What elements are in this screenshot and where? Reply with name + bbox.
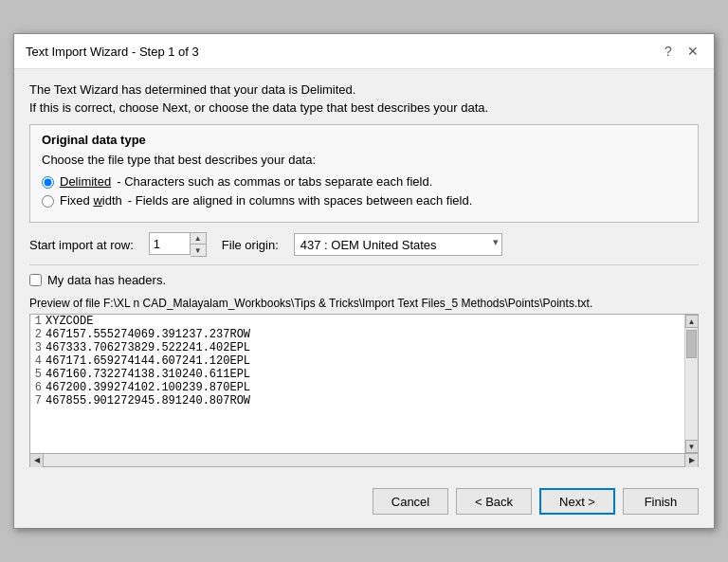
scroll-down-arrow[interactable]: ▼: [685, 440, 699, 453]
preview-scroll-area[interactable]: 1 XYZCODE 2 467157.555274069.391237.237R…: [30, 315, 684, 453]
row-num-1: 1: [30, 315, 46, 328]
row-data-7: 467855.901272945.891240.807ROW: [46, 394, 250, 408]
preview-row: 4 467171.659274144.607241.120EPL: [30, 354, 684, 368]
help-button[interactable]: ?: [659, 42, 678, 61]
scroll-right-arrow[interactable]: ▶: [684, 454, 698, 467]
preview-row: 5 467160.732274138.310240.611EPL: [30, 368, 684, 381]
row-controls: Start import at row: ▲ ▼ File origin: 43…: [29, 232, 699, 257]
scroll-thumb[interactable]: [686, 330, 697, 358]
row-data-4: 467171.659274144.607241.120EPL: [46, 354, 250, 368]
dialog-window: Text Import Wizard - Step 1 of 3 ? ✕ The…: [13, 33, 715, 529]
preview-row: 1 XYZCODE: [30, 315, 684, 328]
radio-delimited-row: Delimited - Characters such as commas or…: [42, 174, 686, 189]
row-data-1: XYZCODE: [46, 315, 93, 328]
row-data-6: 467200.399274102.100239.870EPL: [46, 381, 250, 394]
radio-delimited-label[interactable]: Delimited - Characters such as commas or…: [60, 174, 432, 189]
close-button[interactable]: ✕: [683, 42, 702, 61]
row-num-4: 4: [30, 354, 46, 368]
next-button[interactable]: Next >: [539, 488, 615, 515]
preview-row: 7 467855.901272945.891240.807ROW: [30, 394, 684, 408]
intro-line2: If this is correct, choose Next, or choo…: [29, 100, 699, 115]
row-num-2: 2: [30, 328, 46, 341]
dialog-title: Text Import Wizard - Step 1 of 3: [26, 45, 199, 59]
title-bar-controls: ? ✕: [659, 42, 702, 61]
data-type-section: Original data type Choose the file type …: [29, 124, 699, 223]
row-num-6: 6: [30, 381, 46, 394]
row-num-3: 3: [30, 341, 46, 354]
finish-button[interactable]: Finish: [623, 488, 699, 515]
title-bar: Text Import Wizard - Step 1 of 3 ? ✕: [14, 34, 714, 69]
file-origin-select-wrap: 437 : OEM United States: [294, 233, 502, 256]
start-row-input[interactable]: [149, 232, 191, 255]
row-num-5: 5: [30, 368, 46, 381]
main-content: The Text Wizard has determined that your…: [14, 69, 714, 479]
radio-fixed-label[interactable]: Fixed width - Fields are aligned in colu…: [60, 193, 472, 208]
fixed-label-text: Fixed width: [60, 193, 122, 208]
divider: [29, 264, 699, 265]
preview-row: 3 467333.706273829.522241.402EPL: [30, 341, 684, 354]
h-scroll-track[interactable]: [44, 454, 684, 466]
spinner-down-button[interactable]: ▼: [191, 245, 206, 256]
intro-line1: The Text Wizard has determined that your…: [29, 82, 699, 97]
scroll-track[interactable]: [685, 328, 698, 440]
delimited-desc: - Characters such as commas or tabs sepa…: [117, 174, 432, 189]
file-origin-label: File origin:: [222, 238, 279, 252]
row-num-7: 7: [30, 394, 46, 408]
scroll-up-arrow[interactable]: ▲: [685, 315, 699, 328]
cancel-button[interactable]: Cancel: [373, 488, 448, 515]
row-data-3: 467333.706273829.522241.402EPL: [46, 341, 250, 354]
preview-container: 1 XYZCODE 2 467157.555274069.391237.237R…: [29, 314, 699, 454]
scroll-left-arrow[interactable]: ◀: [30, 454, 44, 467]
radio-delimited[interactable]: [42, 176, 54, 189]
headers-label[interactable]: My data has headers.: [47, 273, 166, 287]
row-data-5: 467160.732274138.310240.611EPL: [46, 368, 250, 381]
file-origin-select[interactable]: 437 : OEM United States: [294, 233, 502, 256]
row-data-2: 467157.555274069.391237.237ROW: [46, 328, 250, 341]
radio-fixed-width[interactable]: [42, 195, 54, 208]
start-row-spinner: ▲ ▼: [149, 232, 207, 257]
spinner-buttons: ▲ ▼: [191, 232, 207, 257]
headers-checkbox[interactable]: [29, 274, 42, 286]
section-subtitle: Choose the file type that best describes…: [42, 153, 686, 167]
headers-checkbox-row: My data has headers.: [29, 273, 699, 287]
preview-row: 6 467200.399274102.100239.870EPL: [30, 381, 684, 394]
preview-label: Preview of file F:\XL n CAD_Malayalam_Wo…: [29, 297, 699, 310]
radio-fixed-row: Fixed width - Fields are aligned in colu…: [42, 193, 686, 208]
section-title: Original data type: [42, 133, 686, 147]
preview-row: 2 467157.555274069.391237.237ROW: [30, 328, 684, 341]
delimited-label-text: Delimited: [60, 174, 111, 189]
spinner-up-button[interactable]: ▲: [191, 233, 206, 245]
start-row-label: Start import at row:: [29, 238, 134, 252]
footer: Cancel < Back Next > Finish: [14, 479, 714, 528]
fixed-desc: - Fields are aligned in columns with spa…: [128, 193, 472, 208]
back-button[interactable]: < Back: [456, 488, 532, 515]
vertical-scrollbar[interactable]: ▲ ▼: [684, 315, 698, 453]
horizontal-scrollbar[interactable]: ◀ ▶: [29, 454, 699, 467]
